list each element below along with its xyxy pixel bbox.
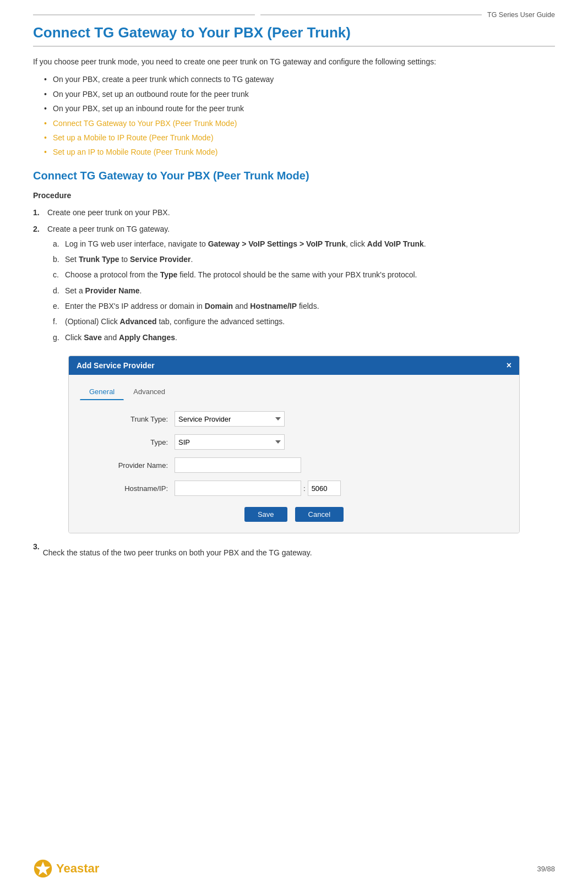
hostname-group: : [175, 481, 341, 496]
substep-e-bold1: Domain [205, 302, 233, 310]
link-item-3[interactable]: Set up an IP to Mobile Route (Peer Trunk… [44, 146, 555, 158]
section2-heading: Connect TG Gateway to Your PBX (Peer Tru… [33, 170, 555, 182]
port-input[interactable] [308, 481, 341, 496]
page-header: TG Series User Guide [33, 11, 555, 19]
header-line-2 [260, 14, 482, 15]
intro-paragraph: If you choose peer trunk mode, you need … [33, 56, 555, 68]
dialog-tabs: General Advanced [80, 384, 508, 400]
dialog-close-button[interactable]: × [507, 361, 511, 370]
substep-f-text: (Optional) Click Advanced tab, configure… [65, 315, 285, 328]
bullet-item-1: On your PBX, create a peer trunk which c… [44, 73, 555, 85]
page-title: Connect TG Gateway to Your PBX (Peer Tru… [33, 24, 555, 41]
substep-d-letter: d. [53, 285, 62, 297]
cancel-button[interactable]: Cancel [295, 507, 344, 522]
logo-star-icon [33, 859, 53, 878]
substep-a-letter: a. [53, 238, 62, 250]
step-2-text: Create a peer trunk on TG gateway. [47, 225, 170, 233]
step-1-text: Create one peer trunk on your PBX. [47, 206, 170, 219]
step-1-num: 1. [33, 206, 44, 219]
substep-c-bold1: Type [160, 270, 178, 279]
tab-general[interactable]: General [80, 384, 124, 400]
substep-b-letter: b. [53, 253, 62, 265]
substep-g-bold2: Apply Changes [119, 333, 175, 342]
procedure-list: 1. Create one peer trunk on your PBX. 2.… [33, 206, 555, 347]
substep-list: a. Log in TG web user interface, navigat… [47, 238, 426, 344]
step-2-content: Create a peer trunk on TG gateway. a. Lo… [47, 223, 426, 347]
title-underline [33, 46, 555, 47]
link-item-2[interactable]: Set up a Mobile to IP Route (Peer Trunk … [44, 132, 555, 144]
substep-d-bold1: Provider Name [85, 286, 140, 295]
substep-g: g. Click Save and Apply Changes. [53, 331, 426, 343]
substep-b: b. Set Trunk Type to Service Provider. [53, 253, 426, 265]
substep-f-bold1: Advanced [120, 317, 157, 326]
substep-a-text: Log in TG web user interface, navigate t… [65, 238, 426, 250]
substep-g-bold1: Save [84, 333, 102, 342]
substep-e-bold2: Hostname/IP [250, 302, 297, 310]
dialog-buttons: Save Cancel [80, 507, 508, 522]
substep-d: d. Set a Provider Name. [53, 285, 426, 297]
bullet-list: On your PBX, create a peer trunk which c… [33, 73, 555, 158]
substep-b-text: Set Trunk Type to Service Provider. [65, 253, 193, 265]
add-service-provider-dialog: Add Service Provider × General Advanced … [68, 356, 520, 533]
substep-f-letter: f. [53, 315, 62, 328]
yeastar-logo: Yeastar [33, 859, 99, 878]
tab-advanced[interactable]: Advanced [124, 384, 175, 400]
dialog-body: General Advanced Trunk Type: Service Pro… [69, 375, 519, 533]
type-select[interactable]: SIP [175, 434, 285, 450]
step-1: 1. Create one peer trunk on your PBX. [33, 206, 555, 219]
substep-a: a. Log in TG web user interface, navigat… [53, 238, 426, 250]
substep-e-letter: e. [53, 300, 62, 312]
procedure-label: Procedure [33, 191, 555, 200]
type-row: Type: SIP [80, 434, 508, 450]
substep-e: e. Enter the PBX's IP address or domain … [53, 300, 426, 312]
dialog-header: Add Service Provider × [69, 356, 519, 375]
step-3-text: Check the status of the two peer trunks … [43, 547, 312, 559]
provider-name-row: Provider Name: [80, 457, 508, 473]
step-2-num: 2. [33, 223, 44, 347]
page-number: 39/88 [537, 865, 555, 873]
bullet-item-2: On your PBX, set up an outbound route fo… [44, 88, 555, 100]
substep-c-text: Choose a protocol from the Type field. T… [65, 269, 417, 281]
type-label: Type: [80, 438, 168, 446]
hostname-label: Hostname/IP: [80, 484, 168, 493]
substep-f: f. (Optional) Click Advanced tab, config… [53, 315, 426, 328]
substep-g-letter: g. [53, 331, 62, 343]
substep-c-letter: c. [53, 269, 62, 281]
substep-b-bold2: Service Provider [130, 255, 191, 264]
dialog-title: Add Service Provider [77, 361, 155, 370]
save-button[interactable]: Save [244, 507, 287, 522]
provider-name-input[interactable] [175, 457, 301, 473]
hostname-input[interactable] [175, 481, 301, 496]
trunk-type-select[interactable]: Service Provider [175, 411, 285, 427]
substep-a-bold2: Add VoIP Trunk [367, 239, 424, 248]
bullet-item-3: On your PBX, set up an inbound route for… [44, 102, 555, 114]
substep-g-text: Click Save and Apply Changes. [65, 331, 177, 343]
logo-text: Yeastar [56, 861, 99, 876]
header-line-1 [33, 14, 255, 15]
substep-a-bold1: Gateway > VoIP Settings > VoIP Trunk [208, 239, 346, 248]
guide-title: TG Series User Guide [487, 11, 555, 19]
substep-d-text: Set a Provider Name. [65, 285, 141, 297]
provider-name-label: Provider Name: [80, 461, 168, 470]
step-2: 2. Create a peer trunk on TG gateway. a.… [33, 223, 555, 347]
port-colon: : [303, 484, 306, 493]
hostname-row: Hostname/IP: : [80, 481, 508, 496]
trunk-type-label: Trunk Type: [80, 415, 168, 423]
step-3: 3. Check the status of the two peer trun… [33, 542, 555, 570]
link-item-1[interactable]: Connect TG Gateway to Your PBX (Peer Tru… [44, 117, 555, 129]
substep-c: c. Choose a protocol from the Type field… [53, 269, 426, 281]
trunk-type-row: Trunk Type: Service Provider [80, 411, 508, 427]
substep-e-text: Enter the PBX's IP address or domain in … [65, 300, 319, 312]
step-3-num: 3. [33, 542, 40, 570]
substep-b-bold1: Trunk Type [79, 255, 119, 264]
page-footer: Yeastar 39/88 [33, 859, 555, 878]
